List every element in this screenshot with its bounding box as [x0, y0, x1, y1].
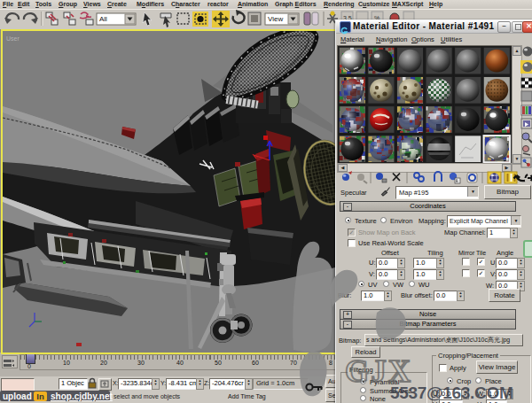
svg-text:All: All — [99, 15, 107, 23]
svg-text:View: View — [268, 15, 283, 23]
svg-text:User: User — [6, 35, 20, 42]
